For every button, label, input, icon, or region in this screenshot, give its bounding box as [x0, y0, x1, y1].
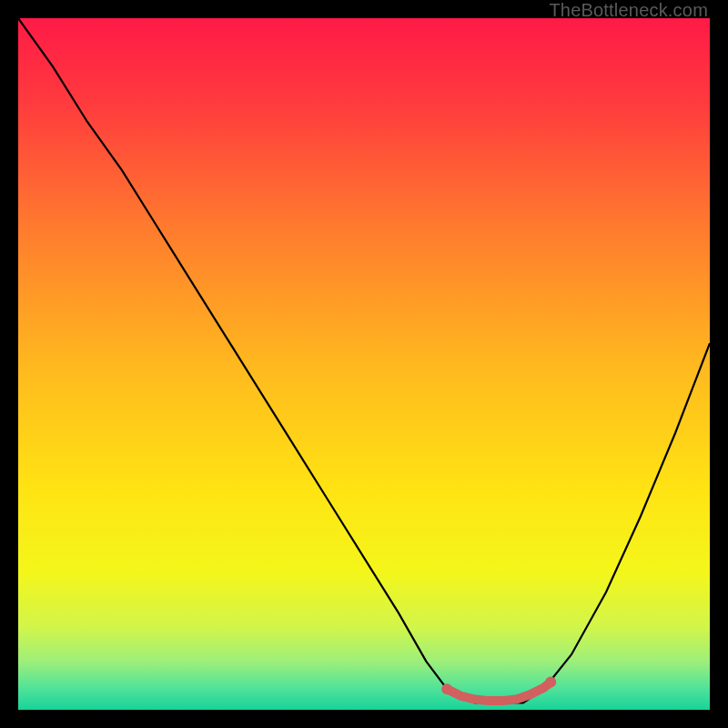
optimal-range-end-dot: [545, 677, 556, 688]
watermark-text: TheBottleneck.com: [549, 0, 708, 21]
bottleneck-curve: [18, 18, 710, 703]
curve-layer: [18, 18, 710, 710]
chart-frame: TheBottleneck.com: [0, 0, 728, 728]
optimal-range-highlight: [447, 682, 551, 702]
optimal-range-start-dot: [441, 683, 452, 694]
plot-area: [18, 18, 710, 710]
